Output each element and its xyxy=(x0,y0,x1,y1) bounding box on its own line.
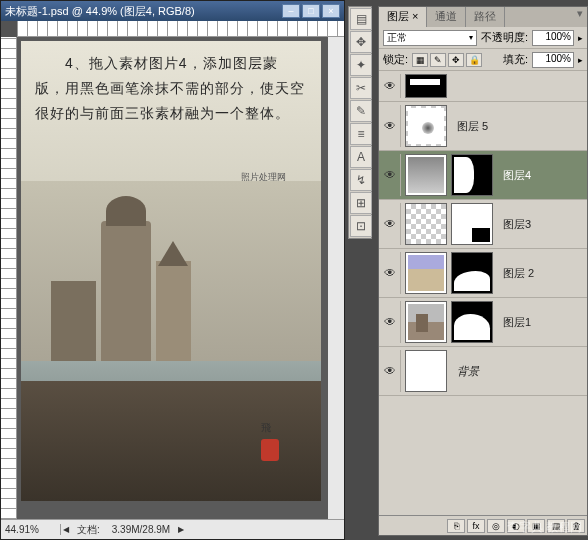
panel-menu-icon[interactable]: ▾ xyxy=(573,7,587,27)
layer-row[interactable]: 👁 图层3 xyxy=(379,200,587,249)
artist-seal: 飛 xyxy=(261,421,301,481)
tab-paths[interactable]: 路径 xyxy=(466,7,505,27)
chevron-left-icon[interactable]: ◀ xyxy=(61,525,71,534)
chevron-right-icon[interactable]: ▸ xyxy=(578,33,583,43)
layer-row[interactable]: 👁 图层1 xyxy=(379,298,587,347)
layer-thumbnail[interactable] xyxy=(405,154,447,196)
lock-row: 锁定: ▦ ✎ ✥ 🔒 填充: 100% ▸ xyxy=(379,49,587,71)
blend-mode-value: 正常 xyxy=(387,31,407,45)
eyedropper-icon[interactable]: ↯ xyxy=(350,169,372,191)
chevron-right-icon[interactable]: ▸ xyxy=(578,55,583,65)
window-buttons: – □ × xyxy=(282,4,340,18)
close-button[interactable]: × xyxy=(322,4,340,18)
visibility-toggle[interactable]: 👁 xyxy=(379,154,401,196)
zoom-level[interactable]: 44.91% xyxy=(1,524,61,535)
layer-name[interactable]: 图层 5 xyxy=(451,119,488,134)
canvas-area[interactable]: 4、拖入素材图片4，添加图层蒙版，用黑色画笔涂抹不需的部分，使天空很好的与前面三… xyxy=(17,37,328,519)
scrollbar-vertical[interactable] xyxy=(328,37,344,519)
canvas: 4、拖入素材图片4，添加图层蒙版，用黑色画笔涂抹不需的部分，使天空很好的与前面三… xyxy=(21,41,321,501)
visibility-toggle[interactable]: 👁 xyxy=(379,350,401,392)
lock-label: 锁定: xyxy=(383,52,408,67)
text-tool-icon[interactable]: A xyxy=(350,146,372,168)
doc-size-label: 文档: xyxy=(71,523,106,537)
panel-tabs: 图层 × 通道 路径 ▾ xyxy=(379,7,587,27)
lock-transparent-icon[interactable]: ▦ xyxy=(412,53,428,67)
maximize-button[interactable]: □ xyxy=(302,4,320,18)
layer-name[interactable]: 图层1 xyxy=(497,315,531,330)
visibility-toggle[interactable]: 👁 xyxy=(379,74,401,98)
layer-name[interactable]: 图层 2 xyxy=(497,266,534,281)
layer-thumbnail[interactable] xyxy=(405,105,447,147)
layer-thumbnail[interactable] xyxy=(405,252,447,294)
fill-input[interactable]: 100% xyxy=(532,52,574,68)
castle-shape xyxy=(41,201,221,381)
move-tool-icon[interactable]: ✥ xyxy=(350,31,372,53)
layers-panel: 图层 × 通道 路径 ▾ 正常 不透明度: 100% ▸ 锁定: ▦ ✎ ✥ 🔒… xyxy=(378,6,588,536)
blend-row: 正常 不透明度: 100% ▸ xyxy=(379,27,587,49)
statusbar: 44.91% ◀ 文档: 3.39M/28.9M ▶ xyxy=(1,519,344,539)
layer-mask-thumbnail[interactable] xyxy=(451,252,493,294)
wand-tool-icon[interactable]: ✦ xyxy=(350,54,372,76)
layer-row[interactable]: 👁 xyxy=(379,71,587,102)
layer-row-background[interactable]: 👁 背景 xyxy=(379,347,587,396)
page-watermark: 查字典 教程网 xyxy=(507,519,582,536)
layer-mask-thumbnail[interactable] xyxy=(451,154,493,196)
layer-mask-thumbnail[interactable] xyxy=(451,301,493,343)
visibility-toggle[interactable]: 👁 xyxy=(379,203,401,245)
layers-list[interactable]: 👁 👁 图层 5 👁 图层4 👁 xyxy=(379,71,587,515)
visibility-toggle[interactable]: 👁 xyxy=(379,301,401,343)
crop-tool-icon[interactable]: ✂ xyxy=(350,77,372,99)
add-mask-icon[interactable]: ◎ xyxy=(487,519,505,533)
ruler-vertical[interactable] xyxy=(1,37,17,519)
hand-tool-icon[interactable]: ⊞ xyxy=(350,192,372,214)
layer-row-selected[interactable]: 👁 图层4 xyxy=(379,151,587,200)
link-layers-icon[interactable]: ⎘ xyxy=(447,519,465,533)
visibility-toggle[interactable]: 👁 xyxy=(379,252,401,294)
opacity-label: 不透明度: xyxy=(481,30,528,45)
tab-layers[interactable]: 图层 × xyxy=(379,7,427,27)
lock-pixels-icon[interactable]: ✎ xyxy=(430,53,446,67)
composite-image: 飛 xyxy=(21,181,321,501)
arrange-icon[interactable]: ▤ xyxy=(350,8,372,30)
layer-name[interactable]: 图层3 xyxy=(497,217,531,232)
ruler-horizontal[interactable] xyxy=(17,21,344,37)
layer-mask-thumbnail[interactable] xyxy=(451,203,493,245)
instruction-text: 4、拖入素材图片4，添加图层蒙版，用黑色画笔涂抹不需的部分，使天空很好的与前面三… xyxy=(21,41,321,137)
layer-row[interactable]: 👁 图层 5 xyxy=(379,102,587,151)
zoom-tool-icon[interactable]: ⊡ xyxy=(350,215,372,237)
document-window: 未标题-1.psd @ 44.9% (图层4, RGB/8) – □ × 4、拖… xyxy=(0,0,345,540)
layer-thumbnail[interactable] xyxy=(405,301,447,343)
blend-mode-select[interactable]: 正常 xyxy=(383,30,477,46)
layer-name[interactable]: 背景 xyxy=(451,364,479,379)
lock-all-icon[interactable]: 🔒 xyxy=(466,53,482,67)
layer-thumbnail[interactable] xyxy=(405,203,447,245)
toolbar-vertical: ▤ ✥ ✦ ✂ ✎ ≡ A ↯ ⊞ ⊡ xyxy=(348,6,372,239)
layer-fx-icon[interactable]: fx xyxy=(467,519,485,533)
layer-row[interactable]: 👁 图层 2 xyxy=(379,249,587,298)
layer-thumbnail[interactable] xyxy=(405,74,447,98)
minimize-button[interactable]: – xyxy=(282,4,300,18)
lock-position-icon[interactable]: ✥ xyxy=(448,53,464,67)
chevron-right-icon[interactable]: ▶ xyxy=(176,525,186,534)
opacity-input[interactable]: 100% xyxy=(532,30,574,46)
fill-label: 填充: xyxy=(503,52,528,67)
lock-icons: ▦ ✎ ✥ 🔒 xyxy=(412,53,482,67)
tab-channels[interactable]: 通道 xyxy=(427,7,466,27)
doc-size-value: 3.39M/28.9M xyxy=(106,524,176,535)
document-title: 未标题-1.psd @ 44.9% (图层4, RGB/8) xyxy=(5,4,282,19)
layer-name[interactable]: 图层4 xyxy=(497,168,531,183)
document-titlebar: 未标题-1.psd @ 44.9% (图层4, RGB/8) – □ × xyxy=(1,1,344,21)
brush-tool-icon[interactable]: ✎ xyxy=(350,100,372,122)
align-tool-icon[interactable]: ≡ xyxy=(350,123,372,145)
visibility-toggle[interactable]: 👁 xyxy=(379,105,401,147)
layer-thumbnail[interactable] xyxy=(405,350,447,392)
